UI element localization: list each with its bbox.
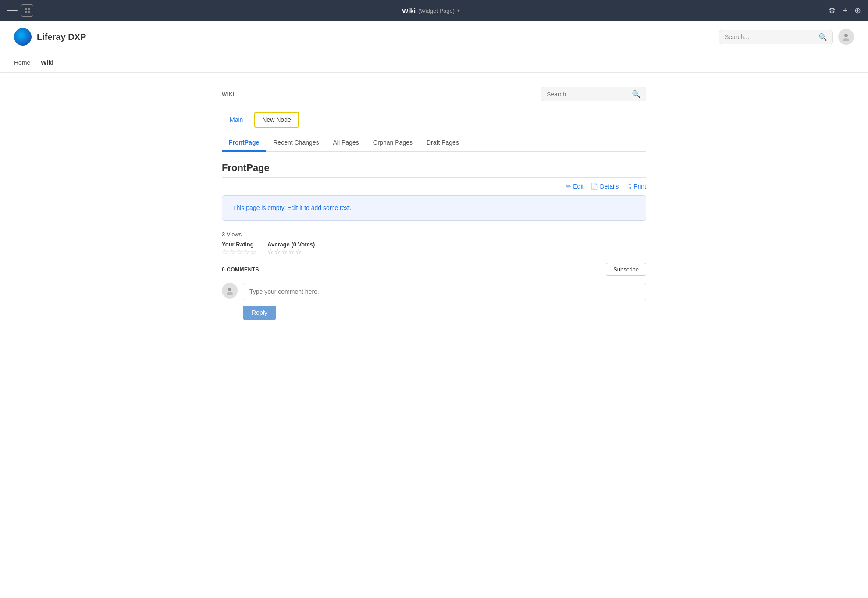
svg-point-6 — [228, 288, 231, 291]
details-label: Details — [600, 183, 619, 190]
globe-icon[interactable]: ⊕ — [854, 6, 861, 15]
average-rating-stars: ☆☆☆☆☆ — [267, 248, 315, 256]
edit-label: Edit — [573, 183, 583, 190]
topbar-dropdown-icon[interactable]: ▾ — [457, 7, 460, 14]
action-bar: ✏ Edit 📄 Details 🖨 Print — [222, 183, 646, 190]
sidebar-toggle[interactable] — [7, 7, 18, 14]
details-icon: 📄 — [591, 183, 598, 190]
plus-icon[interactable]: + — [843, 6, 847, 15]
node-tab-main[interactable]: Main — [222, 112, 251, 128]
commenter-avatar — [222, 283, 238, 299]
edit-icon: ✏ — [566, 183, 571, 190]
page-tab-frontpage[interactable]: FrontPage — [222, 135, 266, 152]
subscribe-button[interactable]: Subscribe — [606, 263, 646, 276]
site-header: Liferay DXP 🔍 — [0, 21, 868, 53]
topbar-left — [7, 4, 33, 17]
node-tabs: Main New Node — [222, 112, 646, 128]
comments-count: 0 COMMENTS — [222, 267, 259, 273]
views-count: 3 Views — [222, 231, 646, 238]
print-link[interactable]: 🖨 Print — [626, 183, 646, 190]
topbar: Wiki (Widget Page) ▾ ⚙ + ⊕ — [0, 0, 868, 21]
reply-button[interactable]: Reply — [243, 306, 276, 320]
wiki-header: WIKI 🔍 — [222, 87, 646, 101]
topbar-subtitle: (Widget Page) — [418, 7, 455, 14]
brand-name: Liferay DXP — [37, 32, 86, 42]
frontpage-divider — [222, 177, 646, 178]
edit-link[interactable]: ✏ Edit — [566, 183, 583, 190]
print-icon: 🖨 — [626, 183, 632, 190]
svg-point-4 — [844, 34, 848, 37]
your-rating: Your Rating ☆☆☆☆☆ — [222, 241, 257, 256]
wiki-search-icon[interactable]: 🔍 — [632, 90, 640, 98]
details-link[interactable]: 📄 Details — [591, 183, 619, 190]
print-label: Print — [633, 183, 646, 190]
wiki-search-container: 🔍 — [541, 87, 646, 101]
page-tab-recent-changes[interactable]: Recent Changes — [266, 135, 326, 152]
gear-icon[interactable]: ⚙ — [829, 6, 836, 15]
svg-rect-2 — [25, 11, 27, 13]
wiki-search-input[interactable] — [547, 91, 628, 98]
page-tab-draft-pages[interactable]: Draft Pages — [420, 135, 466, 152]
topbar-right: ⚙ + ⊕ — [829, 6, 861, 15]
nav-item-wiki[interactable]: Wiki — [41, 57, 53, 69]
nav-item-home[interactable]: Home — [14, 57, 30, 69]
site-brand: Liferay DXP — [14, 28, 86, 46]
comments-header: 0 COMMENTS Subscribe — [222, 263, 646, 276]
your-rating-stars[interactable]: ☆☆☆☆☆ — [222, 248, 257, 256]
page-tabs: FrontPage Recent Changes All Pages Orpha… — [222, 135, 646, 152]
page-tab-all-pages[interactable]: All Pages — [326, 135, 366, 152]
svg-rect-3 — [28, 11, 30, 13]
brand-logo — [14, 28, 32, 46]
comment-input-row — [222, 283, 646, 300]
node-tab-new-node[interactable]: New Node — [254, 112, 299, 128]
empty-notice: This page is empty. Edit it to add some … — [222, 195, 646, 221]
page-tab-orphan-pages[interactable]: Orphan Pages — [366, 135, 420, 152]
header-search-container: 🔍 — [719, 30, 833, 44]
topbar-center: Wiki (Widget Page) ▾ — [402, 7, 460, 14]
header-right: 🔍 — [719, 29, 854, 45]
page-icon — [21, 4, 33, 17]
main-content: WIKI 🔍 Main New Node FrontPage Recent Ch… — [215, 73, 653, 334]
header-search-icon[interactable]: 🔍 — [818, 33, 827, 41]
svg-point-7 — [227, 292, 233, 295]
average-rating: Average (0 Votes) ☆☆☆☆☆ — [267, 241, 315, 256]
user-avatar[interactable] — [838, 29, 854, 45]
svg-rect-0 — [25, 8, 27, 10]
frontpage-title: FrontPage — [222, 162, 646, 174]
header-search-input[interactable] — [725, 33, 815, 40]
svg-point-5 — [843, 38, 849, 41]
topbar-title: Wiki — [402, 7, 416, 14]
comment-input[interactable] — [243, 283, 646, 300]
site-nav: Home Wiki — [0, 53, 868, 73]
svg-rect-1 — [28, 8, 30, 10]
rating-row: Your Rating ☆☆☆☆☆ Average (0 Votes) ☆☆☆☆… — [222, 241, 646, 256]
empty-notice-text: This page is empty. Edit it to add some … — [233, 204, 352, 211]
wiki-section-label: WIKI — [222, 91, 235, 97]
average-rating-label: Average (0 Votes) — [267, 241, 315, 248]
your-rating-label: Your Rating — [222, 241, 257, 248]
